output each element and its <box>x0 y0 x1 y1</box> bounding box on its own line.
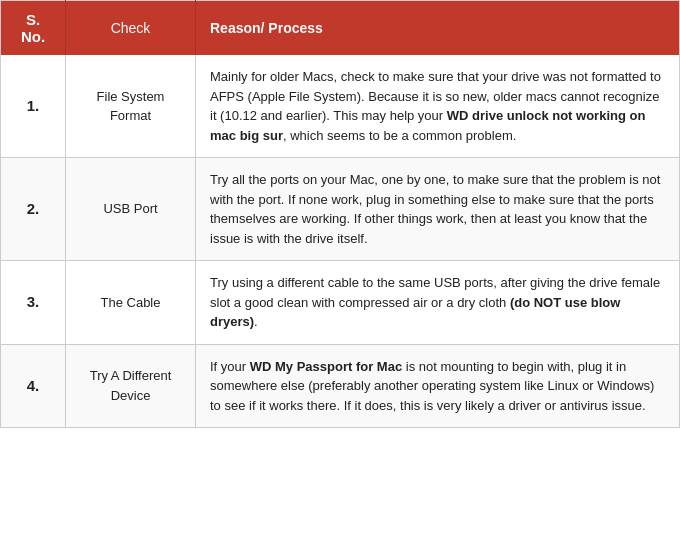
table-row: 4.Try A Different DeviceIf your WD My Pa… <box>1 344 680 428</box>
cell-sno: 2. <box>1 158 66 261</box>
header-reason: Reason/ Process <box>196 1 680 56</box>
header-sno: S. No. <box>1 1 66 56</box>
cell-check: File System Format <box>66 55 196 158</box>
cell-check: The Cable <box>66 261 196 345</box>
table-row: 1.File System FormatMainly for older Mac… <box>1 55 680 158</box>
cell-reason: Try using a different cable to the same … <box>196 261 680 345</box>
cell-check: Try A Different Device <box>66 344 196 428</box>
cell-reason: Mainly for older Macs, check to make sur… <box>196 55 680 158</box>
table-row: 3.The CableTry using a different cable t… <box>1 261 680 345</box>
cell-reason: If your WD My Passport for Mac is not mo… <box>196 344 680 428</box>
cell-sno: 3. <box>1 261 66 345</box>
cell-sno: 1. <box>1 55 66 158</box>
cell-reason: Try all the ports on your Mac, one by on… <box>196 158 680 261</box>
header-check: Check <box>66 1 196 56</box>
cell-check: USB Port <box>66 158 196 261</box>
cell-sno: 4. <box>1 344 66 428</box>
table-row: 2.USB PortTry all the ports on your Mac,… <box>1 158 680 261</box>
